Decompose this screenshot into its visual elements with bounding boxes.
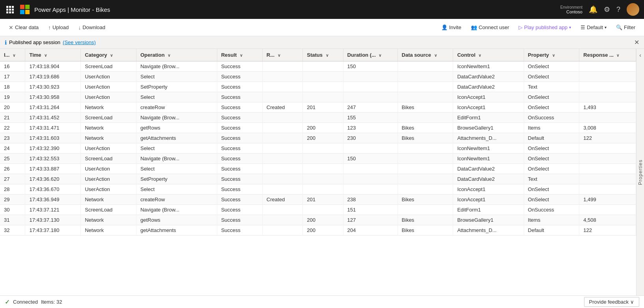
cell-property: OnSelect xyxy=(524,92,579,102)
cell-time: 17:43:30.958 xyxy=(25,92,81,102)
cell-datasource: Bikes xyxy=(398,133,453,143)
user-avatar[interactable] xyxy=(627,3,639,16)
col-header-datasource[interactable]: Data source ∨ xyxy=(398,49,453,61)
col-header-r[interactable]: R... ∨ xyxy=(262,49,302,61)
waffle-icon[interactable] xyxy=(5,4,15,15)
upload-button[interactable]: ↑ Upload xyxy=(44,23,73,32)
table-row[interactable]: 2317:43:31.603NetworkgetAttachmentsSucce… xyxy=(0,133,636,143)
cell-property: OnSelect xyxy=(524,102,579,113)
cell-control: DataCardValue2 xyxy=(453,174,524,184)
col-header-id[interactable]: I... ∨ xyxy=(0,49,25,61)
connected-status: Connected xyxy=(13,299,38,305)
table-row[interactable]: 2217:43:31.471NetworkgetRowsSuccess20012… xyxy=(0,123,636,133)
cell-time: 17:43:19.686 xyxy=(25,72,81,82)
help-icon[interactable]: ? xyxy=(616,6,620,14)
download-button[interactable]: ↓ Download xyxy=(74,23,109,32)
table-row[interactable]: 3117:43:37.130NetworkgetRowsSuccess20012… xyxy=(0,215,636,225)
provide-feedback-button[interactable]: Provide feedback ∨ xyxy=(584,297,639,307)
table-row[interactable]: 2717:43:36.620UserActionSetPropertySucce… xyxy=(0,174,636,184)
col-header-category[interactable]: Category ∨ xyxy=(81,49,136,61)
see-versions-link[interactable]: (See versions) xyxy=(63,39,96,45)
col-header-property[interactable]: Property ∨ xyxy=(524,49,579,61)
play-published-app-button[interactable]: ▷ Play published app ▾ xyxy=(515,23,575,32)
table-row[interactable]: 2917:43:36.949NetworkcreateRowSuccessCre… xyxy=(0,195,636,205)
cell-category: Network xyxy=(81,133,136,143)
cell-property: Items xyxy=(524,123,579,133)
cell-datasource xyxy=(398,92,453,102)
cell-response xyxy=(579,205,636,215)
col-header-status[interactable]: Status ∨ xyxy=(303,49,343,61)
cell-id: 20 xyxy=(0,102,25,113)
cell-duration xyxy=(343,174,398,184)
cell-control: IconAccept1 xyxy=(453,195,524,205)
cell-result: Success xyxy=(217,133,262,143)
cell-time: 17:43:36.670 xyxy=(25,184,81,195)
col-header-control[interactable]: Control ∨ xyxy=(453,49,524,61)
cell-datasource xyxy=(398,205,453,215)
table-row[interactable]: 1617:43:18.904ScreenLoadNavigate (Brow..… xyxy=(0,61,636,72)
info-icon: ℹ xyxy=(5,39,7,46)
connect-user-button[interactable]: 👥 Connect user xyxy=(467,23,513,32)
table-row[interactable]: 2617:43:33.887UserActionSelectSuccessDat… xyxy=(0,164,636,174)
table-row[interactable]: 2817:43:36.670UserActionSelectSuccessIco… xyxy=(0,184,636,195)
cell-property: OnSelect xyxy=(524,184,579,195)
cell-duration: 247 xyxy=(343,102,398,113)
cell-category: UserAction xyxy=(81,92,136,102)
table-row[interactable]: 1817:43:30.923UserActionSetPropertySucce… xyxy=(0,82,636,92)
cell-property: OnSelect xyxy=(524,154,579,164)
clear-data-button[interactable]: ✕ Clear data xyxy=(5,23,43,32)
sort-icon-operation: ∨ xyxy=(168,53,170,58)
cell-duration: 155 xyxy=(343,113,398,123)
cell-status xyxy=(303,72,343,82)
col-header-response[interactable]: Response ... ∨ xyxy=(579,49,636,61)
properties-side-panel[interactable]: ‹ Properties xyxy=(636,49,644,295)
table-wrapper[interactable]: I... ∨ Time ∨ Category ∨ Operation xyxy=(0,49,636,295)
cell-operation: createRow xyxy=(136,195,217,205)
table-row[interactable]: 1717:43:19.686UserActionSelectSuccessDat… xyxy=(0,72,636,82)
filter-icon: 🔍 xyxy=(616,24,622,30)
cell-control: EditForm1 xyxy=(453,205,524,215)
cell-id: 24 xyxy=(0,143,25,154)
cell-response: 1,493 xyxy=(579,102,636,113)
default-button[interactable]: ☰ Default ▾ xyxy=(577,23,610,32)
info-bar-close-icon[interactable]: ✕ xyxy=(634,39,639,46)
table-row[interactable]: 3017:43:37.121ScreenLoadNavigate (Brow..… xyxy=(0,205,636,215)
table-header-row: I... ∨ Time ∨ Category ∨ Operation xyxy=(0,49,636,61)
cell-operation: getRows xyxy=(136,215,217,225)
table-row[interactable]: 2417:43:32.390UserActionSelectSuccessIco… xyxy=(0,143,636,154)
sort-icon-datasource: ∨ xyxy=(434,53,437,58)
cell-duration: 150 xyxy=(343,61,398,72)
col-header-operation[interactable]: Operation ∨ xyxy=(136,49,217,61)
filter-button[interactable]: 🔍 Filter xyxy=(612,23,639,32)
invite-button[interactable]: 👤 Invite xyxy=(437,23,465,32)
col-header-time[interactable]: Time ∨ xyxy=(25,49,81,61)
cell-time: 17:43:31.603 xyxy=(25,133,81,143)
cell-property: OnSuccess xyxy=(524,113,579,123)
table-row[interactable]: 2117:43:31.452ScreenLoadNavigate (Brow..… xyxy=(0,113,636,123)
table-row[interactable]: 2017:43:31.264NetworkcreateRowSuccessCre… xyxy=(0,102,636,113)
cell-status xyxy=(303,143,343,154)
status-bar-right: Provide feedback ∨ xyxy=(584,297,639,307)
cell-operation: createRow xyxy=(136,102,217,113)
cell-duration: 238 xyxy=(343,195,398,205)
cell-result: Success xyxy=(217,72,262,82)
info-bar: ℹ Published app session (See versions) ✕ xyxy=(0,36,644,49)
table-row[interactable]: 3217:43:37.180NetworkgetAttachmentsSucce… xyxy=(0,225,636,236)
table-row[interactable]: 1917:43:30.958UserActionSelectSuccessIco… xyxy=(0,92,636,102)
cell-response xyxy=(579,164,636,174)
table-row[interactable]: 2517:43:32.553ScreenLoadNavigate (Brow..… xyxy=(0,154,636,164)
col-header-duration[interactable]: Duration (... ∨ xyxy=(343,49,398,61)
settings-icon[interactable]: ⚙ xyxy=(604,5,610,14)
cell-r xyxy=(262,154,302,164)
col-header-result[interactable]: Result ∨ xyxy=(217,49,262,61)
cell-result: Success xyxy=(217,164,262,174)
panel-arrow-icon: ‹ xyxy=(639,52,641,58)
cell-result: Success xyxy=(217,154,262,164)
cell-time: 17:43:33.887 xyxy=(25,164,81,174)
cell-result: Success xyxy=(217,184,262,195)
cell-result: Success xyxy=(217,123,262,133)
cell-r xyxy=(262,205,302,215)
cell-datasource: Bikes xyxy=(398,225,453,236)
cell-id: 19 xyxy=(0,92,25,102)
notification-icon[interactable]: 🔔 xyxy=(589,5,597,14)
